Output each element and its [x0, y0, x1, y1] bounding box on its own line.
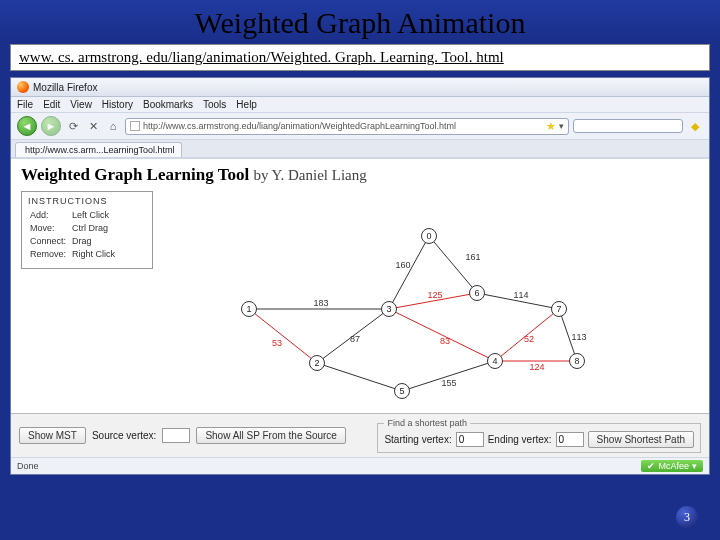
edge-weight: 83 [440, 336, 450, 346]
slide-url-link[interactable]: www. cs. armstrong. edu/liang/animation/… [10, 44, 710, 71]
menu-tools[interactable]: Tools [203, 99, 226, 110]
address-text: http://www.cs.armstrong.edu/liang/animat… [143, 121, 456, 131]
tab-strip: http://www.cs.arm...LearningTool.html [11, 140, 709, 158]
browser-tab[interactable]: http://www.cs.arm...LearningTool.html [15, 142, 182, 157]
stop-icon[interactable]: ✕ [85, 118, 101, 134]
address-bar[interactable]: http://www.cs.armstrong.edu/liang/animat… [125, 118, 569, 135]
svg-line-1 [429, 236, 477, 293]
graph-edges [159, 191, 699, 409]
graph-node[interactable]: 7 [551, 301, 567, 317]
edge-weight: 113 [571, 332, 586, 342]
menu-bookmarks[interactable]: Bookmarks [143, 99, 193, 110]
edge-weight: 124 [529, 362, 544, 372]
slide-number: 3 [676, 506, 698, 528]
graph-node[interactable]: 0 [421, 228, 437, 244]
source-vertex-input[interactable] [162, 428, 190, 443]
menu-bar: File Edit View History Bookmarks Tools H… [11, 97, 709, 113]
addon-icon[interactable]: ◆ [687, 118, 703, 134]
show-all-sp-button[interactable]: Show All SP From the Source [196, 427, 346, 444]
edge-weight: 161 [465, 252, 480, 262]
end-vertex-label: Ending vertex: [488, 434, 552, 445]
instructions-table: Add:Left Click Move:Ctrl Drag Connect:Dr… [28, 208, 121, 262]
status-text: Done [17, 461, 39, 471]
show-mst-button[interactable]: Show MST [19, 427, 86, 444]
graph-node[interactable]: 6 [469, 285, 485, 301]
svg-line-5 [317, 363, 402, 391]
window-title-text: Mozilla Firefox [33, 82, 97, 93]
home-icon[interactable]: ⌂ [105, 118, 121, 134]
controls-panel: Show MST Source vertex: Show All SP From… [11, 413, 709, 457]
shortest-path-fieldset: Find a shortest path Starting vertex: 0 … [377, 418, 701, 453]
bookmark-star-icon[interactable]: ★ [546, 120, 556, 133]
svg-line-3 [249, 309, 317, 363]
browser-window: Mozilla Firefox File Edit View History B… [10, 77, 710, 475]
window-titlebar: Mozilla Firefox [11, 78, 709, 97]
show-shortest-path-button[interactable]: Show Shortest Path [588, 431, 694, 448]
menu-help[interactable]: Help [236, 99, 257, 110]
graph-node[interactable]: 5 [394, 383, 410, 399]
tab-label: http://www.cs.arm...LearningTool.html [25, 145, 175, 155]
dropdown-icon[interactable]: ▾ [559, 121, 564, 131]
edge-weight: 114 [513, 290, 528, 300]
start-vertex-label: Starting vertex: [384, 434, 451, 445]
menu-view[interactable]: View [70, 99, 92, 110]
forward-button[interactable]: ► [41, 116, 61, 136]
page-content: Weighted Graph Learning Tool by Y. Danie… [11, 158, 709, 457]
edge-weight: 87 [350, 334, 360, 344]
graph-node[interactable]: 4 [487, 353, 503, 369]
edge-weight: 155 [441, 378, 456, 388]
table-row: Connect:Drag [30, 236, 119, 247]
back-button[interactable]: ◄ [17, 116, 37, 136]
fieldset-legend: Find a shortest path [384, 418, 470, 428]
page-heading-title: Weighted Graph Learning Tool [21, 165, 249, 184]
search-box[interactable] [573, 119, 683, 133]
page-icon [130, 121, 140, 131]
status-bar: Done ✔ McAfee ▾ [11, 457, 709, 474]
menu-file[interactable]: File [17, 99, 33, 110]
mcafee-badge[interactable]: ✔ McAfee ▾ [641, 460, 703, 472]
firefox-icon [17, 81, 29, 93]
instructions-title: INSTRUCTIONS [28, 196, 146, 206]
graph-node[interactable]: 2 [309, 355, 325, 371]
start-vertex-input[interactable]: 0 [456, 432, 484, 447]
svg-line-0 [389, 236, 429, 309]
table-row: Remove:Right Click [30, 249, 119, 260]
page-heading: Weighted Graph Learning Tool by Y. Danie… [11, 159, 709, 187]
nav-toolbar: ◄ ► ⟳ ✕ ⌂ http://www.cs.armstrong.edu/li… [11, 113, 709, 140]
graph-node[interactable]: 3 [381, 301, 397, 317]
svg-line-7 [389, 309, 495, 361]
edge-weight: 183 [313, 298, 328, 308]
slide-title: Weighted Graph Animation [189, 6, 532, 40]
table-row: Move:Ctrl Drag [30, 223, 119, 234]
edge-weight: 53 [272, 338, 282, 348]
graph-node[interactable]: 8 [569, 353, 585, 369]
graph-node[interactable]: 1 [241, 301, 257, 317]
end-vertex-input[interactable]: 0 [556, 432, 584, 447]
menu-history[interactable]: History [102, 99, 133, 110]
source-vertex-label: Source vertex: [92, 430, 156, 441]
graph-canvas[interactable]: 1601611835387125831555212411411301234567… [159, 191, 699, 409]
instructions-box: INSTRUCTIONS Add:Left Click Move:Ctrl Dr… [21, 191, 153, 269]
edge-weight: 125 [427, 290, 442, 300]
page-heading-byline: by Y. Daniel Liang [253, 167, 366, 183]
reload-icon[interactable]: ⟳ [65, 118, 81, 134]
menu-edit[interactable]: Edit [43, 99, 60, 110]
edge-weight: 52 [524, 334, 534, 344]
table-row: Add:Left Click [30, 210, 119, 221]
edge-weight: 160 [395, 260, 410, 270]
